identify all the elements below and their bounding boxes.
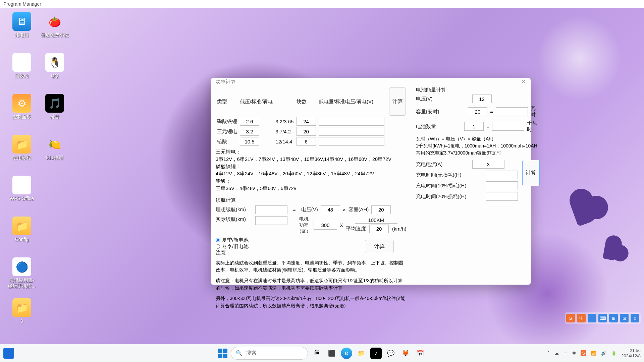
icon-label: 番茄免费小说 [41, 32, 69, 38]
avg-speed-input[interactable] [369, 225, 389, 233]
app-icon: 🍅 [45, 12, 64, 31]
calendar-icon[interactable]: 📅 [415, 348, 426, 359]
capacity-label: 容量(AH) [348, 206, 369, 213]
ime-button[interactable]: S [566, 314, 575, 322]
multiply-sign: × [343, 207, 346, 213]
e-count-input[interactable] [464, 122, 484, 131]
task-view-icon[interactable]: ⬛ [326, 348, 337, 359]
desktop-icon[interactable]: 🐧QQ [39, 53, 70, 93]
app-icon: 🐧 [45, 53, 64, 72]
battery-std-text: 3.2/3.65 [274, 116, 295, 126]
battery-low-input[interactable] [240, 127, 259, 136]
desktop-icon[interactable]: 📁使用教程 [6, 135, 38, 174]
douyin-taskbar-icon[interactable]: ♪ [370, 348, 382, 359]
fraction-top: 100KM [355, 217, 398, 224]
e-capacity-input[interactable] [468, 107, 487, 116]
ime-button[interactable]: · [588, 314, 596, 322]
desktop[interactable]: 🖥此电脑🍅番茄免费小说♻回收站🐧QQ⚙控制面板🎵抖音📁使用教程🍋911投屏WWP… [0, 8, 644, 344]
system-tray[interactable]: ˄ ☁ ▭ ✱ S 📶 🔊 🔋 21:56 2024/12/8 [547, 348, 641, 358]
icon-label: 911投屏 [46, 155, 63, 161]
charge-time-20-output [486, 192, 518, 201]
season-summer-radio[interactable]: 夏季/新电池 [216, 237, 249, 243]
desktop-icon[interactable]: 🍅番茄免费小说 [39, 12, 70, 52]
taskbar[interactable]: 🔍 搜索 🏛 ⬛ e 📁 ♪ 💬 🦊 📅 ˄ ☁ ▭ ✱ S 📶 🔊 🔋 21:… [0, 344, 644, 362]
voltage-label: 电压(V) [301, 206, 318, 213]
avg-speed-label: 平均速度 [346, 226, 366, 232]
close-icon[interactable]: ✕ [521, 78, 526, 85]
tray-app-icon[interactable]: ✱ [572, 351, 576, 356]
desktop-icon[interactable]: ⚙控制面板 [6, 94, 38, 133]
multiply-x: X [340, 222, 343, 228]
tray-volume-icon[interactable]: 🔊 [601, 351, 606, 356]
charge-current-input[interactable] [472, 160, 504, 169]
voltage-input[interactable] [321, 205, 340, 214]
wechat-icon[interactable]: 💬 [385, 348, 396, 359]
taskbar-app-1[interactable]: 🏛 [311, 348, 323, 359]
window-titlebar[interactable]: 功率计算 ✕ [211, 78, 531, 85]
tray-chevron-icon[interactable]: ˄ [547, 351, 550, 356]
desktop-icon[interactable]: WWPS Office [6, 176, 38, 215]
icon-label: 控制面板 [12, 114, 31, 120]
charge-time-10-label: 充电时间(10%损耗)(H) [416, 183, 483, 189]
ime-button[interactable]: 中 [577, 314, 586, 322]
taskbar-clock[interactable]: 21:56 2024/12/8 [621, 348, 641, 358]
battery-low-input[interactable] [240, 137, 259, 146]
wallpaper-heart [570, 196, 600, 227]
app-icon: ⚙ [12, 94, 31, 113]
icon-label: 抖音 [50, 114, 59, 120]
window-title: 功率计算 [216, 79, 236, 85]
battery-result-input[interactable] [319, 127, 384, 136]
desktop-icon[interactable]: 🔵腾讯应用宝-畅玩手机软... [6, 257, 38, 297]
capacity-input[interactable] [371, 205, 391, 214]
range-calc-button[interactable]: 计算 [365, 240, 394, 253]
actual-range-input[interactable] [255, 216, 287, 225]
explorer-icon[interactable]: 📁 [356, 348, 367, 359]
icon-label: 腾讯应用宝-畅玩手机软... [7, 278, 37, 289]
tray-cloud-icon[interactable]: ☁ [554, 351, 559, 356]
icon-label: WPS Office [10, 196, 34, 201]
taskbar-app-2[interactable]: 🦊 [400, 348, 411, 359]
desktop-icon[interactable]: 📁Config [6, 217, 38, 256]
tray-ime-icon[interactable]: S [581, 350, 586, 356]
battery-type-label: 铅酸 [216, 136, 238, 146]
app-icon: 🍋 [45, 135, 64, 154]
desktop-icon[interactable]: 🎵抖音 [39, 94, 70, 133]
widgets-button[interactable] [3, 348, 14, 359]
note-1: 实际上的续航会收到载重质量、平均速度、电池均衡性、季节、刹车频率、上下坡、控制器… [216, 259, 407, 274]
ime-button[interactable]: ⊡ [620, 314, 629, 322]
tray-battery-icon[interactable]: ▭ [564, 351, 568, 356]
taskbar-search[interactable]: 🔍 搜索 [231, 347, 308, 360]
calc-button[interactable]: 计算 [389, 87, 406, 116]
start-button[interactable] [218, 349, 227, 358]
battery-blocks-input[interactable] [297, 137, 316, 146]
tray-wifi-icon[interactable]: 📶 [591, 351, 596, 356]
battery-result-input[interactable] [319, 137, 384, 146]
ime-button[interactable]: ⊞ [609, 314, 618, 322]
app-icon: 🔵 [12, 257, 31, 276]
energy-calc-button[interactable]: 计算 [522, 160, 540, 186]
battery-type-table: 类型 低压/标准/满电 块数 低电量/标准电压/满电(V) 计算 磷酸铁锂 3.… [216, 87, 407, 146]
season-winter-radio[interactable]: 冬季/旧电池 [216, 243, 249, 250]
header-blocks: 块数 [295, 87, 317, 116]
ideal-range-label: 理想续航(km) [216, 206, 253, 213]
e-voltage-input[interactable] [472, 95, 492, 103]
ideal-range-input[interactable] [255, 205, 287, 214]
desktop-icon[interactable]: 🖥此电脑 [6, 12, 38, 52]
battery-type-label: 三元锂电 [216, 126, 238, 136]
battery-blocks-input[interactable] [297, 127, 316, 136]
desktop-icon[interactable]: 📁3 [6, 298, 38, 338]
icon-label: 使用教程 [12, 155, 31, 161]
notice-label: 注意： [216, 250, 231, 255]
desktop-icon[interactable]: 🍋911投屏 [39, 135, 70, 174]
battery-result-input[interactable] [319, 117, 384, 126]
battery-blocks-input[interactable] [297, 117, 316, 126]
tray-power-icon[interactable]: 🔋 [611, 351, 616, 356]
desktop-icon[interactable]: ♻回收站 [6, 53, 38, 93]
ime-button[interactable]: ⌨ [598, 314, 607, 322]
battery-low-input[interactable] [240, 117, 259, 126]
ime-toolbar[interactable]: S中·⌨⊞⊡☺ [565, 312, 641, 324]
edge-icon[interactable]: e [341, 348, 352, 359]
motor-power-input[interactable] [314, 221, 337, 230]
ime-button[interactable]: ☺ [631, 314, 639, 322]
charge-time-0-output [486, 171, 518, 179]
